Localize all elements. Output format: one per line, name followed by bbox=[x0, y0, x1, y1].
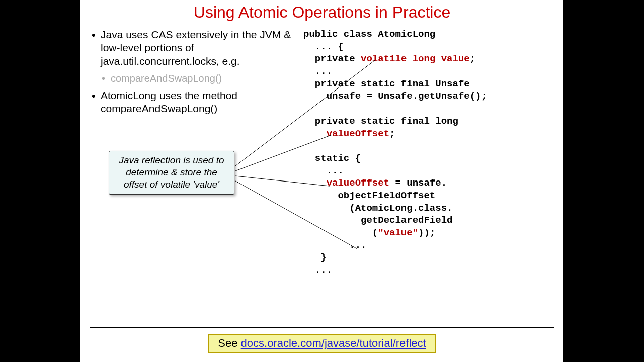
divider-top bbox=[90, 25, 554, 25]
divider-bottom bbox=[90, 327, 554, 328]
sub-bullet-item: compareAndSwapLong() bbox=[101, 72, 298, 85]
bullet-item: Java uses CAS extensively in the JVM & l… bbox=[90, 28, 298, 85]
bullet-text: Java uses CAS extensively in the JVM & l… bbox=[101, 29, 291, 67]
callout-box: Java reflection is used to determine & s… bbox=[109, 151, 234, 195]
code-block: public class AtomicLong ... { private vo… bbox=[303, 28, 554, 317]
bullet-list: Java uses CAS extensively in the JVM & l… bbox=[90, 28, 298, 115]
footer-reference: See docs.oracle.com/javase/tutorial/refl… bbox=[208, 334, 436, 353]
footer-prefix: See bbox=[218, 337, 240, 349]
footer-link[interactable]: docs.oracle.com/javase/tutorial/reflect bbox=[241, 337, 426, 349]
sub-bullet-list: compareAndSwapLong() bbox=[101, 72, 298, 85]
slide-title: Using Atomic Operations in Practice bbox=[80, 0, 564, 22]
slide: Using Atomic Operations in Practice Java… bbox=[80, 0, 564, 362]
bullet-item: AtomicLong uses the method compareAndSwa… bbox=[90, 89, 298, 116]
